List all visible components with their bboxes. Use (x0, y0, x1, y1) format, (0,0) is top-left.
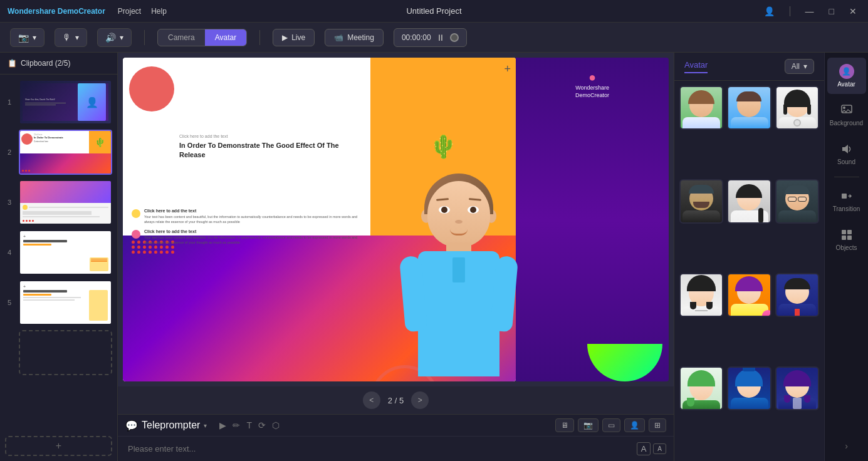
slide-item-5[interactable]: 5 + (5, 280, 112, 325)
camera-mode-btn[interactable]: Camera (158, 29, 205, 46)
side-icon-background[interactable]: Background (827, 96, 866, 133)
prev-slide-btn[interactable]: < (363, 391, 380, 409)
record-button[interactable] (450, 33, 459, 42)
camera-view-btn[interactable]: 📷 (578, 418, 599, 432)
preview-avatar (399, 168, 518, 381)
slide-thumb-5[interactable]: + (19, 280, 112, 325)
avatar-tab[interactable]: Avatar (684, 60, 708, 73)
av8-torso (731, 304, 768, 315)
teleprompter-chevron-icon: ▾ (204, 422, 207, 429)
av6-head (785, 187, 809, 210)
avatar-card-11[interactable] (727, 366, 771, 410)
mic-btn[interactable]: 🎙 ▾ (55, 28, 87, 47)
slide-item-2[interactable]: 2 Click here In Order To Demonstrate Con… (5, 130, 112, 175)
slide-thumb-3[interactable] (19, 180, 112, 225)
camera-input-btn[interactable]: 📷 ▾ (10, 28, 44, 47)
row2-dot (132, 230, 140, 239)
meeting-label: Meeting (347, 33, 374, 42)
font-increase-btn[interactable]: A (637, 442, 651, 455)
avatar-card-4[interactable] (679, 179, 723, 223)
av4-torso (682, 210, 720, 222)
side-icon-avatar[interactable]: 👤 Avatar (827, 58, 866, 94)
pause-icon[interactable]: ⏸ (436, 33, 445, 43)
font-decrease-btn[interactable]: A (653, 443, 666, 454)
avatar-card-10[interactable] (679, 366, 723, 410)
avatar-card-12[interactable] (775, 366, 819, 410)
avatar-card-2[interactable] (727, 86, 771, 130)
slide-heading: In Order To Demonstrate The Good Effect … (179, 141, 362, 159)
layout-view-btn[interactable]: ⊞ (649, 418, 666, 432)
side-icon-transition[interactable]: Transition (827, 182, 866, 219)
monitor-view-btn[interactable]: 🖥 (555, 418, 574, 432)
next-slide-btn[interactable]: > (411, 391, 429, 409)
slide-item-1[interactable]: 1 Share Your Idea, Dazzle The World! 👤 (5, 80, 112, 125)
avatar-10-preview (681, 368, 722, 409)
avatar-card-3[interactable] (775, 86, 819, 130)
more-arrow-btn[interactable]: › (840, 436, 853, 456)
av10-hair (688, 370, 715, 386)
avatar-icon: 👤 (839, 64, 854, 79)
live-btn[interactable]: ▶ Live (273, 29, 315, 46)
slide-item-empty[interactable] (5, 330, 112, 375)
cursor-tool-btn[interactable]: ▶ (219, 420, 226, 430)
avatar-grid (674, 81, 824, 461)
av11-head (737, 374, 761, 398)
av12-hair-l (784, 395, 790, 403)
slide-item-3[interactable]: 3 (5, 180, 112, 225)
add-slide-placeholder[interactable] (19, 330, 112, 375)
speaker-btn[interactable]: 🔊 ▾ (97, 28, 132, 47)
row1-label: Click here to add the text (144, 209, 362, 213)
text-tool-btn[interactable]: T (246, 420, 252, 430)
av12-hair-r (804, 395, 810, 403)
avatar-card-6[interactable] (775, 179, 819, 223)
slide-preview-5: + (20, 281, 111, 324)
mic-icon: 🎙 (63, 33, 71, 43)
av9-torso (778, 304, 816, 315)
teleprompter-input[interactable] (125, 442, 632, 456)
close-button[interactable]: ✕ (845, 5, 860, 18)
slide-thumb-1[interactable]: Share Your Idea, Dazzle The World! 👤 (19, 80, 112, 125)
toolbar-separator-2 (259, 30, 260, 45)
menu-help[interactable]: Help (151, 7, 167, 16)
loop-tool-btn[interactable]: ⟳ (258, 420, 266, 430)
svg-rect-5 (847, 230, 852, 234)
avatar-filter-dropdown[interactable]: All ▾ (785, 59, 814, 74)
teleprompter-icon: 💬 (125, 420, 138, 432)
menu-project[interactable]: Project (118, 7, 141, 16)
title-bar: Wondershare DemoCreator Project Help Unt… (0, 0, 868, 23)
av3-head (785, 93, 809, 117)
slide-item-4[interactable]: 4 + (5, 230, 112, 275)
teleprompter-tool-5[interactable]: ⬡ (272, 420, 280, 430)
live-label: Live (291, 33, 305, 42)
maximize-button[interactable]: □ (825, 5, 838, 18)
avatar-card-5[interactable] (727, 179, 771, 223)
side-icon-objects[interactable]: Objects (827, 221, 866, 257)
user-icon[interactable]: 👤 (760, 5, 778, 18)
avatar-card-8[interactable] (727, 273, 771, 317)
minimize-button[interactable]: — (802, 5, 818, 18)
meeting-btn[interactable]: 📹 Meeting (325, 29, 384, 46)
avatar-mode-btn[interactable]: Avatar (205, 29, 246, 46)
user-view-btn[interactable]: 👤 (624, 418, 645, 432)
av4-head (689, 187, 713, 210)
brand-label: Wondershare DemoCreator (8, 7, 105, 16)
preview-bg-section: ● WondershareDemoCreator (516, 58, 669, 381)
slide-num-2: 2 (5, 148, 14, 156)
svg-rect-3 (842, 194, 847, 199)
slide-thumb-4[interactable]: + (19, 230, 112, 275)
avatar-card-1[interactable] (679, 86, 723, 130)
avatar-card-9[interactable] (775, 273, 819, 317)
screen-view-btn[interactable]: ▭ (602, 418, 620, 432)
right-panel: Avatar All ▾ (674, 53, 868, 461)
add-slide-button[interactable]: + (5, 436, 112, 456)
right-eye (468, 206, 479, 214)
side-icon-sound[interactable]: Sound (827, 135, 866, 172)
pen-tool-btn[interactable]: ✏ (233, 420, 240, 430)
slide-list: 1 Share Your Idea, Dazzle The World! 👤 (0, 75, 117, 431)
slide-thumb-2[interactable]: Click here In Order To Demonstrate Conte… (19, 130, 112, 175)
avatar-figure (399, 168, 518, 381)
teleprompter-dropdown[interactable]: 💬 Teleprompter ▾ (125, 420, 207, 432)
row2-content: Click here to add the text Your text has… (144, 229, 362, 246)
avatar-card-7[interactable] (679, 273, 723, 317)
preview-logo: ● WondershareDemoCreator (575, 70, 609, 99)
